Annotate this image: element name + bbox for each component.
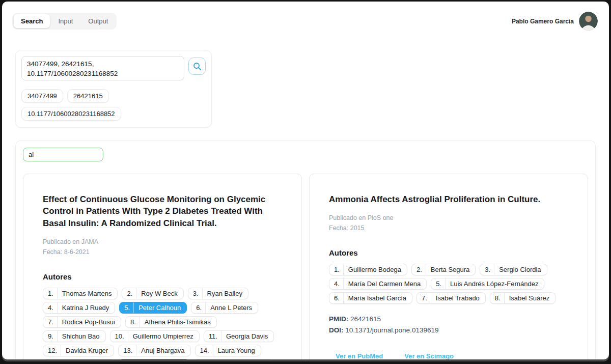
author-name: Katrina J Ruedy [58,302,115,313]
author-chip[interactable]: 7. Isabel Trabado [416,292,486,304]
author-chip[interactable]: 6. María Isabel García [329,292,412,304]
author-number: 2. [122,288,136,299]
header: SearchInputOutput Pablo Gamero Garcia [2,2,609,31]
external-link[interactable]: Ver en Scimago [404,352,454,359]
author-number: 4. [329,278,344,289]
author-chip[interactable]: 1. Thomas Martens [43,288,118,299]
article-card: Ammonia Affects Astroglial Proliferation… [309,174,588,359]
article-date: Fecha: 8-6-2021 [43,247,282,257]
author-number: 5. [431,278,446,289]
author-name: Guillermo Bodega [344,264,407,275]
author-number: 7. [43,317,58,327]
query-chip[interactable]: 34077499 [21,89,63,103]
query-chip-list: 340774992642161510.1177/1060028023116885… [21,89,206,121]
author-chip[interactable]: 6. Anne L Peters [191,302,258,314]
author-chip[interactable]: 4. María Del Carmen Mena [329,278,427,290]
author-chip-list: 1. Thomas Martens 2. Roy W Beck 3. Ryan … [43,288,282,359]
user-avatar[interactable] [579,12,598,31]
author-number: 2. [412,264,426,275]
search-input[interactable]: 34077499, 26421615, 10.1177/106002802311… [21,56,184,80]
article-card: Effect of Continuous Glucose Monitoring … [23,174,302,359]
author-name: Sergio Ciordia [494,264,546,275]
identifiers: PMID: 26421615 DOI: 10.1371/journal.pone… [329,315,568,334]
author-name: Isabel Trabado [431,293,485,303]
author-name: Rodica Pop-Busui [58,317,121,327]
authors-heading: Autores [43,272,282,281]
tab[interactable]: Input [51,14,80,28]
user-name: Pablo Gamero Garcia [512,18,574,25]
author-chip[interactable]: 17. Quang T Nguyen [193,359,273,359]
doi-label: DOI: [329,326,344,334]
search-panel: 34077499, 26421615, 10.1177/106002802311… [15,50,212,128]
author-number: 13. [119,345,136,356]
article-title: Ammonia Affects Astroglial Proliferation… [329,193,568,205]
author-chip[interactable]: 1. Guillermo Bodega [329,264,407,275]
query-chip[interactable]: 26421615 [67,89,109,103]
article-journal: Publicado en JAMA [43,237,282,247]
author-number: 3. [480,264,494,275]
author-name: Laura Young [213,345,261,356]
author-chip[interactable]: 5. Luis Andrés López-Fernández [431,278,544,290]
author-chip[interactable]: 2. Roy W Beck [122,288,183,299]
search-button[interactable] [188,58,206,75]
author-chip[interactable]: 3. Ryan Bailey [188,288,248,299]
author-name: Luis Andrés López-Fernández [446,278,544,289]
article-date: Fecha: 2015 [329,223,568,233]
author-chip[interactable]: 2. Berta Segura [411,264,476,275]
author-number: 6. [191,302,206,313]
tab[interactable]: Output [81,14,115,28]
tab-bar: SearchInputOutput [12,13,117,30]
pmid-label: PMID: [329,315,348,323]
search-icon [193,62,202,71]
results-panel: Effect of Continuous Glucose Monitoring … [15,140,596,359]
author-name: María Del Carmen Mena [344,278,426,289]
pmid-value: 26421615 [350,315,381,323]
author-chip[interactable]: 11. Georgia Davis [204,330,274,342]
avatar-image [579,12,598,31]
article-journal: Publicado en PloS one [329,213,568,223]
external-links: Ver en PubMedVer en Scimago [336,352,568,359]
author-name: Shichun Bao [58,331,105,342]
author-name: Anuj Bhargava [136,345,190,356]
query-chip[interactable]: 10.1177/10600280231168852 [21,107,121,121]
author-chip[interactable]: 13. Anuj Bhargava [118,345,190,356]
author-chip[interactable]: 8. Isabel Suárez [490,292,556,304]
author-number: 4. [43,302,58,313]
author-chip[interactable]: 4. Katrina J Ruedy [43,302,115,314]
author-chip[interactable]: 12. Davida Kruger [43,345,114,356]
author-number: 3. [188,288,203,299]
author-number: 1. [329,264,344,275]
author-number: 8. [126,317,140,327]
author-chip[interactable]: 9. Shichun Bao [43,330,106,342]
author-filter-input[interactable] [23,148,103,161]
author-name: Georgia Davis [221,331,273,342]
app-window: SearchInputOutput Pablo Gamero Garcia 34… [2,2,609,359]
author-chip[interactable]: 15. Janet B McGill [43,359,115,359]
author-number: 1. [43,288,58,299]
author-number: 14. [196,345,213,356]
author-chip[interactable]: 5. Peter Calhoun [119,302,187,314]
doi-line: DOI: 10.1371/journal.pone.0139619 [329,326,568,334]
author-number: 10. [110,331,128,342]
author-chip[interactable]: 3. Sergio Ciordia [480,264,547,275]
doi-value: 10.1371/journal.pone.0139619 [345,326,438,334]
author-number: 12. [43,345,61,356]
author-chip[interactable]: 10. Guillermo Umpierrez [110,330,200,342]
tab[interactable]: Search [14,14,50,28]
author-number: 8. [490,293,505,303]
author-chip[interactable]: 8. Athena Philis-Tsimikas [125,316,217,328]
author-name: Guillermo Umpierrez [128,331,199,342]
author-name: María Isabel García [344,293,412,303]
authors-heading: Autores [329,248,568,257]
external-link[interactable]: Ver en PubMed [336,352,383,359]
user-menu[interactable]: Pablo Gamero Garcia [512,12,598,31]
author-chip[interactable]: 16. Grazia Aleppo [119,359,189,359]
author-chip[interactable]: 7. Rodica Pop-Busui [43,316,121,328]
author-name: Davida Kruger [61,345,114,356]
author-number: 7. [417,293,431,303]
author-name: Roy W Beck [136,288,183,299]
author-number: 5. [120,302,134,313]
author-chip[interactable]: 14. Laura Young [195,345,261,356]
pmid-line: PMID: 26421615 [329,315,568,323]
author-number: 6. [329,293,344,303]
